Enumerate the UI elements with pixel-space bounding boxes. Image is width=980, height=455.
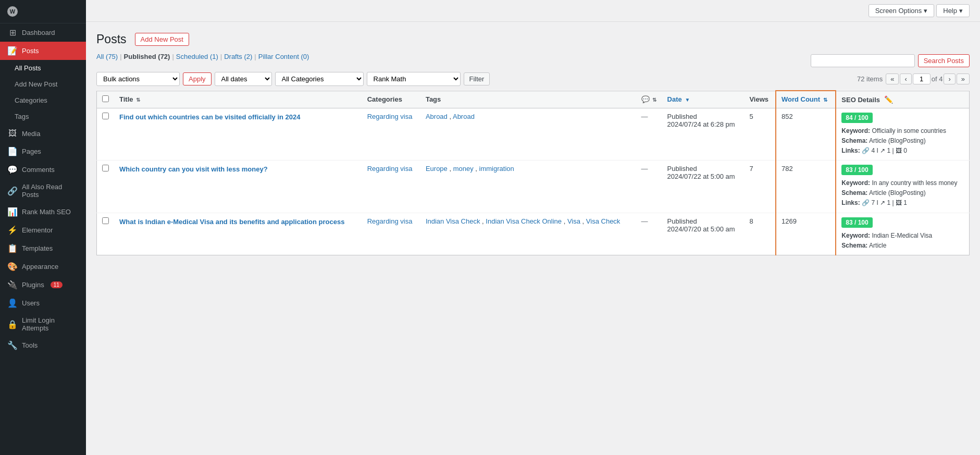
- row2-category-cell: Regarding visa: [362, 161, 420, 213]
- date-col-header[interactable]: Date ▼: [662, 91, 745, 108]
- prev-page-button[interactable]: ‹: [900, 73, 911, 84]
- pagination: « ‹ of 4 › »: [886, 73, 970, 84]
- table-row: What is Indian e-Medical Visa and its be…: [97, 213, 970, 255]
- sidebar-item-appearance[interactable]: 🎨 Appearance: [0, 257, 86, 276]
- row1-views-cell: 5: [744, 108, 776, 161]
- row1-title-cell: Find out which countries can be visited …: [114, 108, 362, 161]
- row2-tag-2[interactable]: money: [453, 165, 474, 173]
- row1-tag-2[interactable]: Abroad: [453, 113, 475, 120]
- filter-link-pillar-content[interactable]: Pillar Content (0): [258, 53, 309, 60]
- row1-category-link[interactable]: Regarding visa: [367, 113, 413, 120]
- sidebar-item-elementor[interactable]: ⚡ Elementor: [0, 221, 86, 239]
- tools-icon: 🔧: [7, 340, 18, 350]
- sidebar-item-label: Media: [22, 130, 40, 138]
- row1-title-link[interactable]: Find out which countries can be visited …: [119, 113, 300, 121]
- sidebar-item-tools[interactable]: 🔧 Tools: [0, 336, 86, 354]
- help-button[interactable]: Help ▾: [936, 4, 970, 17]
- search-input[interactable]: [811, 54, 915, 67]
- row3-tag-1[interactable]: Indian Visa Check: [426, 217, 480, 225]
- topbar: Screen Options ▾ Help ▾: [86, 0, 980, 22]
- row3-seo-badge: 83 / 100: [841, 217, 872, 228]
- row3-schema-label: Schema:: [841, 242, 867, 249]
- comments-icon: 💬: [641, 95, 650, 103]
- sidebar-item-limit-login[interactable]: 🔒 Limit Login Attempts: [0, 312, 86, 336]
- row1-date-status: Published: [667, 113, 697, 120]
- row3-comments-cell: —: [636, 213, 662, 255]
- rank-math-select[interactable]: Rank Math: [367, 72, 461, 86]
- row3-category-link[interactable]: Regarding visa: [367, 217, 413, 225]
- row3-tag-sep3: ,: [582, 217, 586, 225]
- sidebar-item-templates[interactable]: 📋 Templates: [0, 239, 86, 257]
- row2-checkbox[interactable]: [102, 165, 109, 171]
- seo-details-edit-icon[interactable]: ✏️: [884, 95, 893, 104]
- comments-icon: 💬: [7, 165, 18, 175]
- row2-word-count-value: 782: [781, 165, 793, 173]
- screen-options-button[interactable]: Screen Options ▾: [869, 4, 935, 17]
- row1-checkbox[interactable]: [102, 113, 109, 119]
- row1-date-value: 2024/07/24 at 6:28 pm: [667, 120, 735, 128]
- sidebar-item-plugins[interactable]: 🔌 Plugins 11: [0, 276, 86, 294]
- sidebar-item-all-also-read[interactable]: 🔗 All Also Read Posts: [0, 179, 86, 203]
- row3-date-status: Published: [667, 217, 697, 225]
- first-page-button[interactable]: «: [886, 73, 899, 84]
- select-all-checkbox[interactable]: [102, 95, 109, 102]
- row3-tag-3[interactable]: Visa: [567, 217, 580, 225]
- page-input[interactable]: [913, 73, 931, 84]
- screen-options-label: Screen Options: [875, 7, 922, 15]
- bulk-actions-select[interactable]: Bulk actions Edit Move to Trash: [96, 72, 180, 86]
- sidebar-item-users[interactable]: 👤 Users: [0, 294, 86, 312]
- row2-tag-sep2: ,: [475, 165, 479, 173]
- elementor-icon: ⚡: [7, 225, 18, 235]
- title-col-header[interactable]: Title ⇅: [114, 91, 362, 108]
- add-new-post-button[interactable]: Add New Post: [135, 33, 189, 46]
- row3-tag-4[interactable]: Visa Check: [586, 217, 621, 225]
- sidebar-item-rank-math-seo[interactable]: 📊 Rank Math SEO: [0, 203, 86, 221]
- sidebar-item-posts[interactable]: 📝 Posts: [0, 42, 86, 60]
- row3-views-value: 8: [749, 217, 753, 225]
- last-page-button[interactable]: »: [957, 73, 970, 84]
- row2-title-link[interactable]: Which country can you visit with less mo…: [119, 165, 268, 173]
- sidebar-item-all-posts[interactable]: All Posts: [0, 60, 86, 76]
- screen-options-chevron-icon: ▾: [924, 7, 927, 15]
- row3-seo-details: Keyword: Indian E-Medical Visa Schema: A…: [841, 231, 964, 251]
- row2-links-img: 1: [903, 199, 907, 206]
- categories-col-label: Categories: [367, 95, 402, 103]
- word-count-col-header[interactable]: Word Count ⇅: [776, 91, 836, 108]
- row2-views-cell: 7: [744, 161, 776, 213]
- row3-tag-2[interactable]: Indian Visa Check Online: [486, 217, 562, 225]
- categories-select[interactable]: All Categories: [275, 72, 364, 86]
- apply-button[interactable]: Apply: [183, 72, 212, 85]
- sidebar-item-add-new-post[interactable]: Add New Post: [0, 76, 86, 92]
- row2-category-link[interactable]: Regarding visa: [367, 165, 413, 173]
- row3-checkbox[interactable]: [102, 217, 109, 224]
- filter-link-all[interactable]: All (75): [96, 53, 118, 60]
- word-count-sort-icon: ⇅: [823, 97, 827, 103]
- sidebar-item-categories[interactable]: Categories: [0, 92, 86, 108]
- row2-views-value: 7: [749, 165, 753, 173]
- pages-icon: 📄: [7, 146, 18, 156]
- row1-tag-1[interactable]: Abroad: [426, 113, 448, 120]
- row2-tag-1[interactable]: Europe: [426, 165, 448, 173]
- row2-comments-cell: —: [636, 161, 662, 213]
- sidebar-item-tags[interactable]: Tags: [0, 108, 86, 125]
- row3-title-cell: What is Indian e-Medical Visa and its be…: [114, 213, 362, 255]
- sidebar-item-comments[interactable]: 💬 Comments: [0, 161, 86, 179]
- row1-word-count-cell: 852: [776, 108, 836, 161]
- dates-select[interactable]: All dates: [215, 72, 272, 86]
- page-title: Posts: [96, 32, 127, 46]
- filter-link-drafts[interactable]: Drafts (2): [224, 53, 252, 60]
- sidebar-item-dashboard[interactable]: ⊞ Dashboard: [0, 23, 86, 42]
- search-posts-button[interactable]: Search Posts: [918, 54, 970, 67]
- row1-schema-value: Article (BlogPosting): [869, 137, 926, 144]
- filter-link-scheduled[interactable]: Scheduled (1): [176, 53, 218, 60]
- row2-tag-3[interactable]: immigration: [479, 165, 514, 173]
- date-sort-icon: ▼: [685, 97, 690, 103]
- sidebar-item-pages[interactable]: 📄 Pages: [0, 142, 86, 161]
- next-page-button[interactable]: ›: [944, 73, 955, 84]
- sidebar-item-media[interactable]: 🖼 Media: [0, 125, 86, 142]
- sidebar-item-label: Plugins: [22, 281, 44, 289]
- row3-title-link[interactable]: What is Indian e-Medical Visa and its be…: [119, 218, 344, 226]
- sidebar-item-label: Elementor: [22, 226, 53, 234]
- sep4: |: [254, 53, 256, 60]
- filter-button[interactable]: Filter: [464, 72, 490, 85]
